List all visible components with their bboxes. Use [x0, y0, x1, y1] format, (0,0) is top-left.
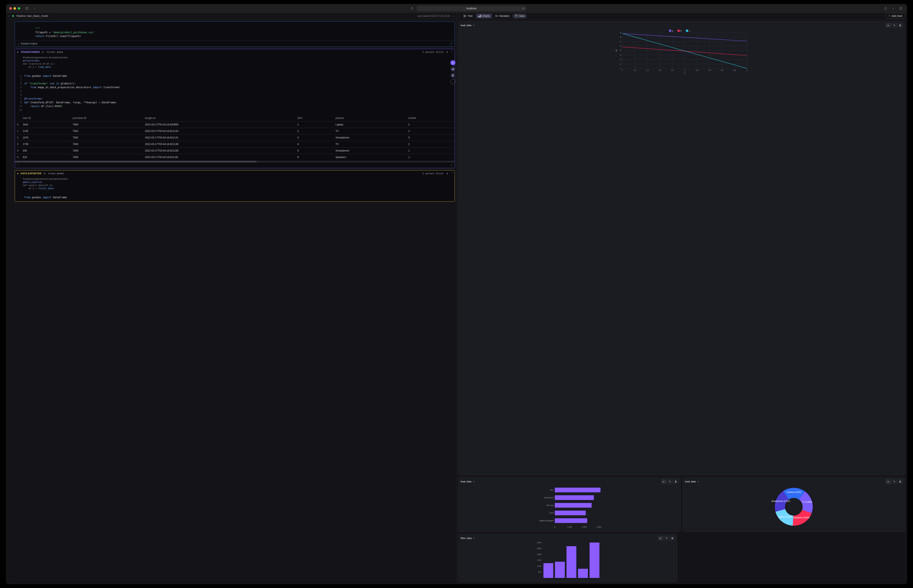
svg-text:x: x	[684, 72, 685, 74]
svg-text:3: 3	[746, 69, 748, 71]
chart-card-donut: load_data ▾ ▸ ✎ 🗑 Camera (2,542)TV (2,66…	[683, 477, 905, 532]
svg-text:b: b	[680, 30, 682, 32]
collapse-output-row[interactable]: ⌃ ✓	[15, 163, 455, 168]
dropdown-chevron-icon[interactable]: ⌄	[32, 6, 37, 11]
col-header: bought at	[143, 115, 295, 121]
svg-text:Speakers (2,644): Speakers (2,644)	[793, 517, 809, 519]
zoom-window-button[interactable]	[18, 7, 20, 10]
file-icon: 🗎	[44, 172, 46, 174]
transformer-block: ● TRANSFORMER 🗎 filter_data 1 parent blo…	[15, 49, 455, 168]
minimize-window-button[interactable]	[13, 7, 16, 10]
nav-forward-button[interactable]: ›	[47, 6, 53, 11]
delete-chart-button[interactable]: 🗑	[670, 536, 675, 540]
code-editor[interactable]: """ filepath = 'demo/product_purchases.c…	[15, 22, 455, 40]
chevron-right-icon[interactable]: ›	[453, 15, 454, 18]
database-icon	[515, 15, 518, 18]
left-scroll[interactable]: """ filepath = 'demo/product_purchases.c…	[6, 19, 456, 584]
tab-tree[interactable]: Tree	[461, 14, 475, 18]
tab-variables[interactable]: Aa Variables	[493, 14, 512, 18]
expand-output-row[interactable]: ⌄ Expand output ✓	[15, 40, 455, 47]
filter-icon[interactable]: ▾	[698, 480, 699, 483]
filter-icon[interactable]: ▾	[473, 24, 474, 26]
chevron-up-icon[interactable]: ⌃	[451, 172, 452, 175]
more-block-button[interactable]	[450, 79, 455, 84]
run-chart-button[interactable]: ▸	[886, 23, 891, 27]
col-header: SKU	[295, 115, 333, 121]
svg-rect-0	[26, 7, 28, 10]
chevron-right-icon[interactable]: ›	[459, 15, 460, 18]
edit-chart-button[interactable]: ✎	[664, 536, 669, 540]
svg-text:Laptop (2,593): Laptop (2,593)	[778, 515, 792, 518]
tab-label: Tree	[468, 15, 473, 18]
delete-chart-button[interactable]: 🗑	[898, 479, 903, 484]
table-row[interactable]: 2147570022022-03-17T03:44:18.8211413Smar…	[15, 134, 455, 141]
table-row[interactable]: 420570042022-03-17T03:44:18.8211555Smart…	[15, 147, 455, 154]
tree-icon	[463, 15, 466, 18]
chevron-down-icon: ⌄	[17, 42, 19, 45]
tab-charts[interactable]: Charts	[476, 14, 492, 18]
horizontal-bar-chart: newrefurbishedlike newusedslightly damag…	[461, 485, 678, 529]
edit-chart-button[interactable]: ✎	[667, 479, 672, 484]
filter-icon[interactable]: ▾	[473, 480, 474, 483]
delete-block-button[interactable]: 🗑	[450, 73, 455, 78]
svg-text:2.4: 2.4	[708, 69, 711, 71]
svg-rect-58	[669, 30, 671, 32]
tab-data[interactable]: Data	[513, 14, 526, 18]
svg-text:3402: 3402	[537, 541, 541, 544]
svg-text:6: 6	[620, 45, 621, 47]
table-row[interactable]: 0164270002022-03-17T03:44:18.8209001Lapt…	[15, 121, 455, 128]
nav-back-button[interactable]: ‹	[39, 6, 45, 11]
settings-icon[interactable]: ⚙	[447, 51, 448, 53]
share-icon[interactable]	[883, 6, 889, 11]
svg-text:slightly damaged: slightly damaged	[539, 520, 554, 522]
success-check-icon: ✓	[450, 164, 453, 167]
delete-chart-button[interactable]: 🗑	[898, 23, 903, 27]
filter-icon[interactable]: ▾	[473, 537, 474, 540]
chart-title: load_data	[461, 24, 471, 26]
table-row[interactable]: 1113570012022-03-17T03:44:18.8211332TV2	[15, 128, 455, 134]
svg-rect-2	[900, 7, 900, 8]
svg-text:8: 8	[620, 36, 621, 38]
svg-rect-90	[555, 562, 565, 578]
block-file-name: train_model	[48, 172, 65, 175]
settings-icon[interactable]: ⚙	[447, 172, 448, 175]
code-editor[interactable]: from pandas import DataFrame	[15, 191, 455, 201]
chevron-up-icon[interactable]: ⌃	[451, 51, 452, 53]
svg-text:refurbished: refurbished	[544, 497, 554, 499]
svg-text:2835: 2835	[537, 548, 541, 549]
pipeline-status-dot	[12, 15, 14, 17]
block-file-name: filter_data	[47, 51, 63, 53]
delete-chart-button[interactable]: 🗑	[673, 479, 678, 484]
url-bar[interactable]: localhost ⟳	[417, 6, 526, 11]
edit-chart-button[interactable]: ✎	[892, 23, 897, 27]
reload-icon[interactable]: ⟳	[523, 7, 524, 10]
add-chart-button[interactable]: ＋ Add chart	[886, 13, 905, 19]
output-table[interactable]: user ID purchase ID bought at SKU produc…	[15, 114, 455, 160]
data-loader-block: """ filepath = 'demo/product_purchases.c…	[15, 21, 455, 47]
charts-scroll[interactable]: load_data ▾ ▸ ✎ 🗑 12345678911.21.41.61.8…	[457, 19, 907, 584]
edit-chart-button[interactable]: ✎	[892, 479, 897, 484]
svg-rect-5	[901, 9, 902, 10]
table-row[interactable]: 561970052022-03-17T03:44:18.8211616Speak…	[15, 154, 455, 161]
table-row[interactable]: 3173670032022-03-17T03:44:18.8211494TV2	[15, 141, 455, 147]
run-chart-button[interactable]: ▸	[886, 479, 891, 484]
svg-text:TV (2,664): TV (2,664)	[802, 501, 812, 503]
new-tab-icon[interactable]: ＋	[890, 6, 896, 11]
horizontal-scrollbar[interactable]	[15, 161, 455, 163]
tab-overview-icon[interactable]	[898, 6, 904, 11]
close-window-button[interactable]	[9, 7, 12, 10]
shield-icon[interactable]	[409, 6, 415, 11]
donut-chart: Camera (2,542)TV (2,664)Speakers (2,644)…	[685, 485, 903, 529]
sidebar-toggle-icon[interactable]	[24, 6, 30, 11]
run-block-button[interactable]: ▸	[450, 60, 455, 65]
svg-text:7: 7	[620, 40, 621, 43]
pipeline-title: Pipeline: train_titanic_model	[16, 15, 48, 18]
chart-card-vbar: filter_data ▾ ▸ ✎ 🗑 56711341701226828353…	[458, 534, 677, 582]
svg-point-15	[515, 15, 517, 16]
chart-block-button[interactable]	[450, 66, 455, 71]
run-chart-button[interactable]: ▸	[661, 479, 667, 484]
chevron-right-icon[interactable]	[8, 15, 11, 18]
run-chart-button[interactable]: ▸	[658, 536, 663, 540]
code-editor[interactable]: 1from pandas import DataFrame 2 3if 'tra…	[15, 69, 455, 114]
svg-text:2: 2	[620, 63, 621, 65]
